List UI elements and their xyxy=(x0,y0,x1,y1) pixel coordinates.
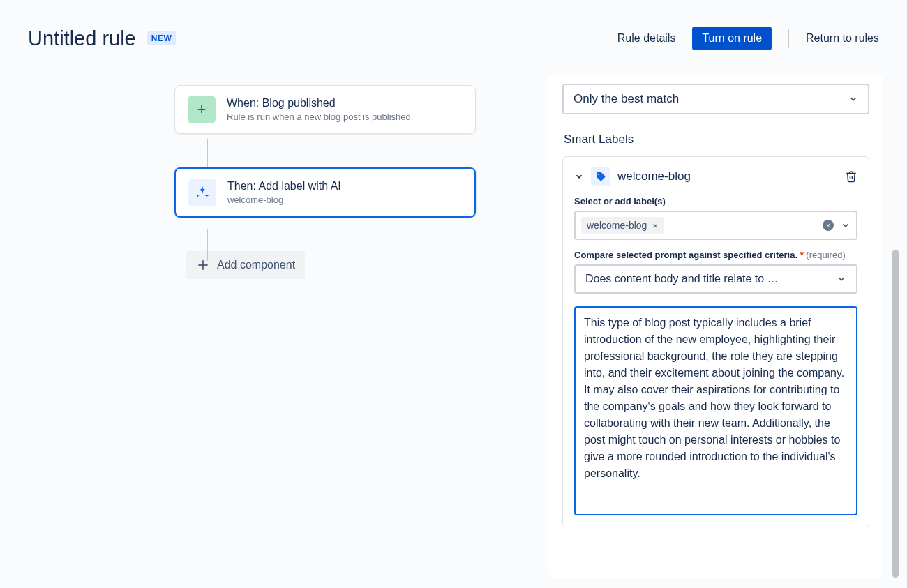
page-title: Untitled rule xyxy=(28,27,136,50)
add-component-label: Add component xyxy=(217,259,295,271)
label-multiselect[interactable]: welcome-blog × × xyxy=(574,211,857,240)
plus-icon: + xyxy=(188,96,216,123)
connector-line xyxy=(207,139,208,171)
label-card-header-left: welcome-blog xyxy=(574,167,691,186)
clear-all-button[interactable]: × xyxy=(823,220,834,231)
then-node-text: Then: Add label with AI welcome-blog xyxy=(227,180,341,205)
match-select-value: Only the best match xyxy=(574,92,679,106)
new-badge: NEW xyxy=(147,31,177,45)
label-card-header: welcome-blog xyxy=(574,167,857,186)
scrollbar-thumb[interactable] xyxy=(892,250,899,578)
when-node-title: When: Blog published xyxy=(227,97,413,110)
smart-labels-heading: Smart Labels xyxy=(564,133,869,146)
when-node-subtitle: Rule is run when a new blog post is publ… xyxy=(227,112,413,122)
match-select[interactable]: Only the best match xyxy=(562,84,869,114)
then-node[interactable]: Then: Add label with AI welcome-blog xyxy=(174,167,476,218)
label-card-title: welcome-blog xyxy=(617,169,691,183)
delete-label-button[interactable] xyxy=(845,170,857,183)
chevron-down-icon[interactable] xyxy=(841,220,850,230)
header-left: Untitled rule NEW xyxy=(28,27,176,50)
label-chip: welcome-blog × xyxy=(581,217,664,234)
page-header: Untitled rule NEW Rule details Turn on r… xyxy=(0,0,907,50)
smart-label-card: welcome-blog Select or add label(s) welc… xyxy=(562,156,869,527)
vertical-divider xyxy=(788,29,789,48)
chevron-down-icon[interactable] xyxy=(574,172,584,181)
ai-sparkle-icon xyxy=(188,179,216,206)
multiselect-controls: × xyxy=(823,220,850,231)
trash-icon xyxy=(845,170,857,183)
return-to-rules-link[interactable]: Return to rules xyxy=(806,32,879,45)
tag-icon xyxy=(591,167,610,186)
when-node[interactable]: + When: Blog published Rule is run when … xyxy=(174,85,476,134)
compare-label: Compare selected prompt against specifie… xyxy=(574,250,857,260)
chevron-down-icon xyxy=(837,274,846,284)
header-right: Rule details Turn on rule Return to rule… xyxy=(617,27,879,50)
compare-select[interactable]: Does content body and title relate to … xyxy=(574,264,857,294)
criteria-textarea[interactable]: This type of blog post typically include… xyxy=(574,306,857,515)
label-chip-text: welcome-blog xyxy=(587,220,647,231)
compare-select-value: Does content body and title relate to … xyxy=(585,273,779,285)
connector-line-2 xyxy=(207,229,208,261)
chevron-down-icon xyxy=(848,94,858,104)
then-node-subtitle: welcome-blog xyxy=(227,195,341,205)
config-panel: Only the best match Smart Labels welcome… xyxy=(548,75,883,578)
rule-details-link[interactable]: Rule details xyxy=(617,32,676,45)
then-node-title: Then: Add label with AI xyxy=(227,180,341,193)
plus-icon xyxy=(196,258,210,272)
turn-on-rule-button[interactable]: Turn on rule xyxy=(692,27,772,50)
select-label-heading: Select or add label(s) xyxy=(574,196,857,206)
when-node-text: When: Blog published Rule is run when a … xyxy=(227,97,413,122)
remove-chip-button[interactable]: × xyxy=(652,220,658,231)
add-component-button[interactable]: Add component xyxy=(186,251,305,279)
